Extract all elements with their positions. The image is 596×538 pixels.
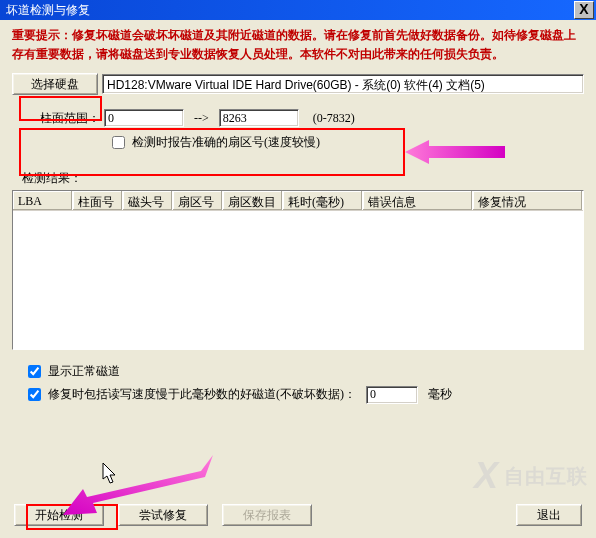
col-sector[interactable]: 扇区号: [173, 191, 223, 210]
col-error[interactable]: 错误信息: [363, 191, 473, 210]
exit-button[interactable]: 退出: [516, 504, 582, 526]
col-repair[interactable]: 修复情况: [473, 191, 583, 210]
start-scan-button[interactable]: 开始检测: [14, 504, 104, 526]
show-normal-label: 显示正常磁道: [48, 363, 120, 380]
button-bar: 开始检测 尝试修复 保存报表 退出: [14, 504, 582, 526]
col-time[interactable]: 耗时(毫秒): [283, 191, 363, 210]
range-hint: (0-7832): [303, 111, 355, 126]
result-label: 检测结果：: [22, 170, 584, 187]
watermark-text: 自由互联: [504, 463, 588, 490]
range-arrow-text: -->: [188, 111, 215, 126]
col-lba[interactable]: LBA: [13, 191, 73, 210]
close-button[interactable]: X: [574, 1, 594, 19]
col-count[interactable]: 扇区数目: [223, 191, 283, 210]
select-disk-button[interactable]: 选择硬盘: [12, 73, 98, 95]
try-repair-button[interactable]: 尝试修复: [118, 504, 208, 526]
ms-unit: 毫秒: [428, 386, 452, 403]
range-from-input[interactable]: [104, 109, 184, 127]
watermark: X 自由互联: [474, 458, 588, 494]
watermark-logo-icon: X: [474, 458, 498, 494]
table-header: LBA 柱面号 磁头号 扇区号 扇区数目 耗时(毫秒) 错误信息 修复情况: [13, 191, 583, 211]
table-body[interactable]: [13, 211, 583, 349]
content-area: 重要提示：修复坏磁道会破坏坏磁道及其附近磁道的数据。请在修复前首先做好数据备份。…: [0, 20, 596, 415]
range-label: 柱面范围：: [40, 110, 100, 127]
warning-text: 重要提示：修复坏磁道会破坏坏磁道及其附近磁道的数据。请在修复前首先做好数据备份。…: [12, 26, 584, 63]
disk-text[interactable]: HD128:VMware Virtual IDE Hard Drive(60GB…: [102, 74, 584, 94]
window-title: 坏道检测与修复: [6, 2, 90, 19]
save-report-button[interactable]: 保存报表: [222, 504, 312, 526]
repair-slow-checkbox[interactable]: [28, 388, 41, 401]
result-table: LBA 柱面号 磁头号 扇区号 扇区数目 耗时(毫秒) 错误信息 修复情况: [12, 190, 584, 350]
repair-slow-label: 修复时包括读写速度慢于此毫秒数的好磁道(不破坏数据)：: [48, 386, 356, 403]
title-bar: 坏道检测与修复 X: [0, 0, 596, 20]
show-normal-checkbox[interactable]: [28, 365, 41, 378]
accurate-sector-checkbox[interactable]: [112, 136, 125, 149]
ms-input[interactable]: [366, 386, 418, 404]
cylinder-range-group: 柱面范围： --> (0-7832) 检测时报告准确的扇区号(速度较慢): [28, 105, 410, 158]
col-cyl[interactable]: 柱面号: [73, 191, 123, 210]
col-head[interactable]: 磁头号: [123, 191, 173, 210]
cursor-icon: [102, 462, 120, 486]
accurate-sector-label: 检测时报告准确的扇区号(速度较慢): [132, 134, 320, 151]
disk-row: 选择硬盘 HD128:VMware Virtual IDE Hard Drive…: [12, 73, 584, 95]
range-to-input[interactable]: [219, 109, 299, 127]
